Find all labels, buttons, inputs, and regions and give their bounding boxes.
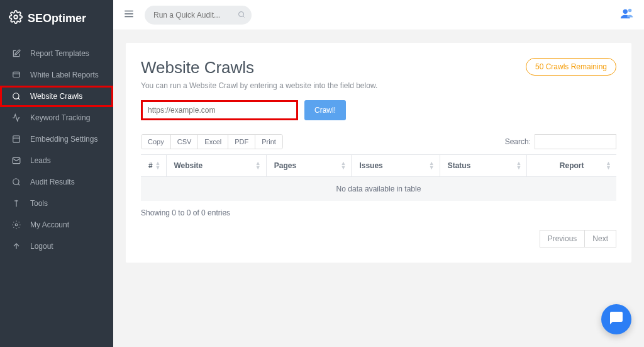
print-button[interactable]: Print [255,134,283,149]
svg-point-18 [623,9,628,13]
nav-label: Leads [30,156,51,165]
crawl-button[interactable]: Crawl! [304,100,346,120]
layout-icon [11,135,21,144]
svg-point-19 [628,8,632,12]
prev-button[interactable]: Previous [540,230,586,247]
svg-point-8 [13,179,19,185]
sidebar: SEOptimer Report Templates White Label R… [0,0,113,347]
sidebar-item-website-crawls[interactable]: Website Crawls [0,86,113,107]
crawls-remaining-badge: 50 Crawls Remaining [526,58,616,76]
edit-icon [11,49,21,58]
empty-message: No data available in table [141,177,616,202]
search-icon [11,92,21,101]
nav-label: Audit Results [30,178,75,186]
sort-icon: ▲▼ [429,161,435,170]
nav-label: Logout [30,242,53,251]
col-report[interactable]: Report▲▼ [527,155,616,177]
page-title: Website Crawls [141,58,377,77]
col-pages[interactable]: Pages▲▼ [266,155,352,177]
sidebar-nav: Report Templates White Label Reports Web… [0,43,113,257]
svg-point-3 [13,93,19,99]
sort-icon: ▲▼ [155,161,161,170]
table-search-label: Search: [505,137,531,146]
brand-name: SEOptimer [28,12,86,25]
search-icon [11,178,21,186]
sidebar-item-logout[interactable]: Logout [0,236,113,257]
nav-label: My Account [30,220,69,229]
sidebar-item-audit-results[interactable]: Audit Results [0,171,113,193]
mail-icon [11,156,21,165]
col-status[interactable]: Status▲▼ [440,155,527,177]
col-website[interactable]: Website▲▼ [166,155,266,177]
chat-fab[interactable] [601,304,631,334]
sidebar-item-embedding-settings[interactable]: Embedding Settings [0,128,113,150]
chat-icon [609,310,624,328]
nav-label: White Label Reports [30,71,99,79]
copy-button[interactable]: Copy [141,134,171,149]
brand-gear-icon [9,10,23,26]
crawl-url-input[interactable] [141,100,298,120]
tool-icon [11,199,21,208]
sidebar-item-white-label-reports[interactable]: White Label Reports [0,64,113,86]
sidebar-item-leads[interactable]: Leads [0,150,113,171]
col-index[interactable]: #▲▼ [141,155,166,177]
sort-icon: ▲▼ [255,161,261,170]
svg-point-12 [15,224,18,226]
excel-button[interactable]: Excel [197,134,228,149]
quick-audit-search-wrap [145,6,252,25]
next-button[interactable]: Next [584,230,616,247]
sort-icon: ▲▼ [341,161,347,170]
pdf-button[interactable]: PDF [228,134,255,149]
nav-label: Website Crawls [30,92,82,101]
nav-label: Embedding Settings [30,135,97,144]
csv-button[interactable]: CSV [170,134,199,149]
svg-point-0 [14,15,18,19]
export-buttons: Copy CSV Excel PDF Print [141,134,283,149]
menu-toggle-icon[interactable] [123,8,135,22]
document-icon [11,71,21,79]
sidebar-item-my-account[interactable]: My Account [0,214,113,236]
showing-entries: Showing 0 to 0 of 0 entries [141,208,616,217]
nav-label: Keyword Tracking [30,113,90,122]
pagination: Previous Next [141,230,616,247]
sidebar-item-report-templates[interactable]: Report Templates [0,43,113,64]
svg-line-9 [18,184,20,186]
page-subtitle: You can run a Website Crawl by entering … [141,81,377,90]
crawls-panel: Website Crawls You can run a Website Cra… [126,43,631,263]
user-menu-icon[interactable] [620,7,634,23]
nav-label: Report Templates [30,49,89,58]
crawls-table: #▲▼ Website▲▼ Pages▲▼ Issues▲▼ Status▲▼ … [141,154,616,201]
sort-icon: ▲▼ [606,161,611,170]
topbar [113,0,644,30]
svg-line-4 [18,98,20,100]
chart-icon [11,113,21,122]
svg-rect-1 [13,72,20,77]
table-row-empty: No data available in table [141,177,616,202]
table-search-input[interactable] [535,134,616,149]
logout-icon [11,242,21,251]
quick-audit-input[interactable] [145,6,252,25]
sidebar-item-tools[interactable]: Tools [0,193,113,214]
col-issues[interactable]: Issues▲▼ [352,155,440,177]
gear-icon [11,220,21,229]
sidebar-item-keyword-tracking[interactable]: Keyword Tracking [0,107,113,128]
svg-rect-5 [13,136,20,143]
nav-label: Tools [30,199,48,208]
sort-icon: ▲▼ [516,161,521,170]
brand[interactable]: SEOptimer [0,0,113,37]
